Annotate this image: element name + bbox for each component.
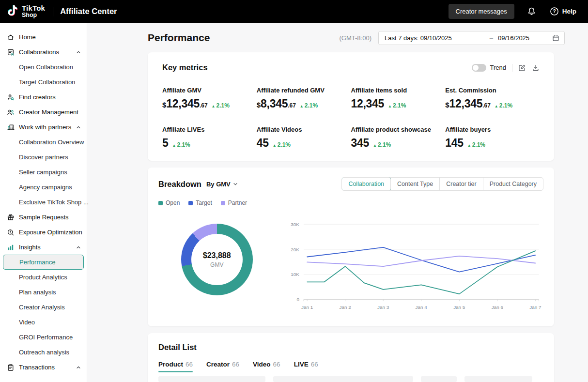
timezone-label: (GMT-8:00): [340, 34, 371, 42]
gift-icon: [7, 214, 15, 221]
trend-toggle[interactable]: [472, 64, 486, 72]
tab-live[interactable]: LIVE 66: [294, 361, 318, 372]
sidebar-item-seller-campaigns[interactable]: Seller campaigns: [0, 165, 87, 180]
sidebar-item-transactions[interactable]: Transactions: [0, 360, 87, 375]
calendar-icon: [552, 34, 559, 42]
svg-text:Jan 1: Jan 1: [301, 305, 313, 310]
donut-total-value: $23,888: [203, 251, 231, 260]
chart-legend: Open Target Partner: [158, 199, 543, 206]
legend-target: Target: [188, 199, 212, 206]
help-button[interactable]: ? Help: [550, 7, 576, 16]
gmv-trend-line-chart[interactable]: 010K20K30KJan 1Jan 2Jan 3Jan 4Jan 5Jan 6…: [281, 213, 543, 319]
chevron-up-icon: [76, 125, 81, 130]
up-triangle-icon: ▲: [388, 104, 392, 108]
sidebar-item-agency-campaigns[interactable]: Agency campaigns: [0, 180, 87, 195]
home-icon: [7, 33, 15, 41]
skeleton-bar: [158, 376, 265, 382]
sidebar-item-target-collaboration[interactable]: Target Collaboration: [0, 75, 87, 90]
metric-affiliate-lives: Affiliate LIVEs 5 ▲2.1%: [162, 126, 257, 150]
change-badge: ▲2.1%: [388, 102, 406, 109]
sidebar-item-video[interactable]: Video: [0, 315, 87, 330]
tab-content-type[interactable]: Content Type: [390, 178, 439, 190]
change-badge: ▲2.1%: [300, 102, 318, 109]
tab-creator[interactable]: Creator 66: [206, 361, 239, 372]
up-triangle-icon: ▲: [495, 104, 498, 108]
up-triangle-icon: ▲: [212, 104, 216, 108]
app-title: Affiliate Center: [60, 7, 117, 16]
metrics-grid: Affiliate GMV $12,345.67 ▲2.1% Affiliate…: [162, 87, 540, 150]
tab-product-category[interactable]: Product Category: [483, 178, 543, 190]
sidebar-item-open-collaboration[interactable]: Open Collaboration: [0, 60, 87, 75]
sidebar-item-find-creators[interactable]: Find creators: [0, 90, 87, 105]
sidebar-item-outreach-analysis[interactable]: Outreach analysis: [0, 345, 87, 360]
date-range-start: Last 7 days: 09/10/2025: [385, 34, 452, 42]
svg-text:Jan 4: Jan 4: [416, 305, 428, 310]
sidebar-item-plan-analysis[interactable]: Plan analysis: [0, 285, 87, 300]
legend-partner: Partner: [221, 199, 247, 206]
download-metrics-button[interactable]: [532, 64, 540, 72]
sidebar-item-insights[interactable]: Insights: [0, 240, 87, 255]
help-icon: ?: [550, 7, 559, 16]
svg-text:Jan 7: Jan 7: [530, 305, 542, 310]
detail-list-tabs: Product 66 Creator 66 Video 66 LIVE 66: [158, 361, 543, 372]
sidebar-item-exposure-optimization[interactable]: Exposure Optimization: [0, 225, 87, 240]
up-triangle-icon: ▲: [300, 104, 304, 108]
edit-metrics-button[interactable]: [518, 64, 526, 72]
sidebar-item-product-analytics[interactable]: Product Analytics: [0, 270, 87, 285]
gmv-donut-chart[interactable]: $23,888 GMV: [181, 224, 253, 295]
tiktok-shop-logo[interactable]: TikTok Shop: [6, 4, 45, 18]
metric-affiliate-videos: Affiliate Videos 45 ▲2.1%: [257, 126, 351, 150]
tab-collaboration[interactable]: Collaboration: [341, 177, 391, 191]
brand-text: TikTok Shop: [22, 4, 45, 18]
work-with-partners-icon: [7, 123, 15, 131]
svg-text:Jan 2: Jan 2: [340, 305, 352, 310]
creator-management-icon: [7, 108, 15, 116]
sidebar-item-performance[interactable]: Performance: [3, 255, 84, 270]
sidebar-item-creator-management[interactable]: Creator Management: [0, 105, 87, 120]
sidebar-item-collaborations[interactable]: Collaborations: [0, 45, 87, 60]
sidebar-item-exclusive-tiktok-shop[interactable]: Exclusive TikTok Shop ...: [0, 195, 87, 210]
trend-toggle-label: Trend: [490, 64, 506, 71]
legend-swatch-open: [158, 201, 163, 205]
tab-creator-tier[interactable]: Creator tier: [439, 178, 483, 190]
svg-text:30K: 30K: [291, 222, 300, 227]
svg-text:10K: 10K: [291, 272, 300, 277]
breakdown-title: Breakdown: [158, 180, 201, 189]
sidebar-item-work-with-partners[interactable]: Work with partners: [0, 120, 87, 135]
tab-video[interactable]: Video 66: [253, 361, 280, 372]
metric-affiliate-items-sold: Affiliate items sold 12,345 ▲2.1%: [351, 87, 446, 110]
sidebar-item-collaboration-overview[interactable]: Collaboration Overview: [0, 135, 87, 150]
topbar-divider: [53, 7, 53, 16]
sidebar-item-creator-analysis[interactable]: Creator Analysis: [0, 300, 87, 315]
change-badge: ▲2.1%: [273, 141, 291, 148]
svg-text:20K: 20K: [291, 247, 300, 252]
sidebar-item-sample-requests[interactable]: Sample Requests: [0, 210, 87, 225]
chevron-up-icon: [76, 365, 81, 370]
page-title: Performance: [148, 32, 210, 44]
up-triangle-icon: ▲: [373, 143, 377, 148]
breakdown-dimension-select[interactable]: By GMV: [206, 181, 238, 188]
metric-est-commission: Est. Commission $12,345.67 ▲2.1%: [445, 87, 540, 110]
tab-product[interactable]: Product 66: [158, 361, 193, 372]
creator-messages-button[interactable]: Creator messages: [449, 4, 514, 19]
notifications-button[interactable]: [527, 7, 536, 16]
sidebar-item-home[interactable]: Home: [0, 30, 87, 45]
sidebar-item-discover-partners[interactable]: Discover partners: [0, 150, 87, 165]
exposure-optimization-icon: [7, 229, 15, 236]
skeleton-bar: [273, 376, 413, 382]
tiktok-note-icon: [6, 4, 18, 18]
date-range-end: 09/16/2025: [498, 34, 529, 42]
change-badge: ▲2.1%: [373, 141, 391, 148]
main-content: Performance (GMT-8:00) Last 7 days: 09/1…: [87, 23, 588, 382]
chevron-up-icon: [76, 50, 81, 55]
find-creators-icon: [7, 93, 15, 101]
sidebar-item-groi-performance[interactable]: GROI Performance: [0, 330, 87, 345]
svg-text:?: ?: [553, 9, 556, 14]
page-header: Performance (GMT-8:00) Last 7 days: 09/1…: [148, 31, 565, 45]
change-badge: ▲2.1%: [212, 102, 230, 109]
transactions-icon: [7, 364, 15, 371]
collaborations-icon: [7, 48, 15, 56]
up-triangle-icon: ▲: [273, 143, 277, 148]
date-range-picker[interactable]: Last 7 days: 09/10/2025 – 09/16/2025: [378, 31, 565, 45]
svg-text:Jan 3: Jan 3: [378, 305, 390, 310]
